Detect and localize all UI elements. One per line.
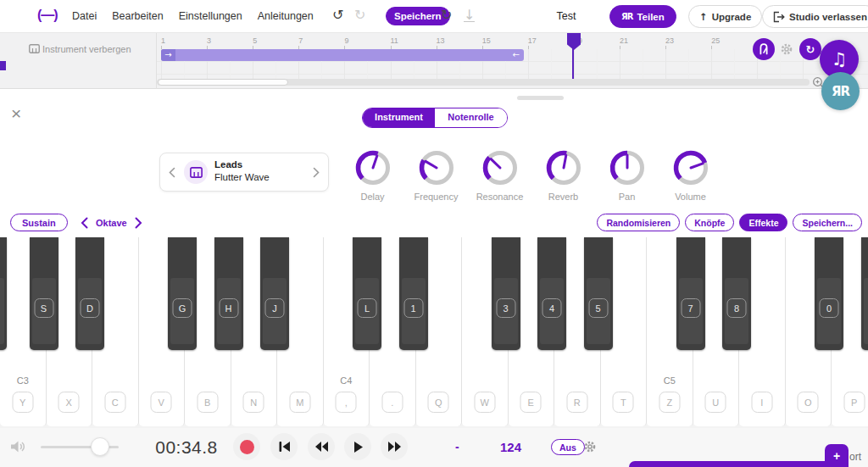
black-key-L[interactable]: L bbox=[353, 237, 381, 350]
black-key-partial[interactable] bbox=[0, 237, 7, 350]
track-region-fragment[interactable] bbox=[0, 61, 6, 70]
record-button[interactable] bbox=[233, 433, 260, 460]
download-icon[interactable]: ↓ bbox=[464, 6, 475, 22]
instrument-name: Flutter Wave bbox=[214, 171, 270, 184]
key-cap: Z bbox=[659, 392, 680, 413]
key-cap: P bbox=[843, 392, 865, 413]
black-key-H[interactable]: H bbox=[214, 237, 243, 350]
action-speichern-button[interactable]: Speichern... bbox=[793, 214, 862, 231]
octave-label: Oktave bbox=[96, 218, 127, 228]
black-key-partial[interactable] bbox=[861, 237, 868, 350]
menu-item-datei[interactable]: Datei bbox=[72, 10, 97, 22]
key-cap: . bbox=[381, 392, 403, 413]
knob-volume[interactable]: Volume bbox=[659, 148, 722, 202]
black-key-3[interactable]: 3 bbox=[492, 237, 520, 350]
key-cap: X bbox=[58, 392, 80, 413]
knob-reverb[interactable]: Reverb bbox=[531, 148, 595, 202]
scrollbar-thumb[interactable] bbox=[158, 79, 288, 86]
view-tabs: InstrumentNotenrolle bbox=[362, 108, 508, 128]
black-key-G[interactable]: G bbox=[168, 237, 197, 350]
black-key-S[interactable]: S bbox=[30, 237, 58, 350]
hide-instrument-button[interactable]: Instrument verbergen bbox=[0, 33, 157, 89]
menu-items: DateiBearbeitenEinstellungenAnleitungen bbox=[72, 0, 314, 32]
menu-item-einstellungen[interactable]: Einstellungen bbox=[179, 10, 242, 22]
knob-delay[interactable]: Delay bbox=[341, 148, 404, 202]
prev-instrument-icon[interactable] bbox=[169, 166, 175, 181]
history-icon[interactable]: ↻ bbox=[441, 6, 452, 25]
playhead[interactable] bbox=[567, 33, 581, 50]
black-key-5[interactable]: 5 bbox=[584, 237, 613, 350]
timeline[interactable]: Instrument verbergen bbox=[0, 32, 868, 89]
black-key-7[interactable]: 7 bbox=[676, 237, 705, 350]
volume-slider-thumb[interactable] bbox=[91, 437, 109, 456]
speaker-icon[interactable] bbox=[10, 440, 27, 457]
loop-left-handle[interactable]: → bbox=[161, 49, 175, 61]
settings-gear-icon[interactable] bbox=[780, 42, 793, 59]
tab-instrument[interactable]: Instrument bbox=[363, 108, 435, 127]
key-cap: 8 bbox=[727, 298, 747, 318]
panel-drag-handle[interactable] bbox=[517, 96, 564, 100]
rewind-icon bbox=[314, 441, 329, 453]
undo-icon[interactable]: ↺ bbox=[332, 6, 343, 25]
black-key-8[interactable]: 8 bbox=[722, 237, 751, 350]
fast-forward-button[interactable] bbox=[381, 433, 408, 460]
add-button[interactable]: + bbox=[825, 444, 849, 467]
action-randomisieren-button[interactable]: Randomisieren bbox=[597, 214, 680, 231]
share-button[interactable]: ЯR Teilen bbox=[609, 5, 676, 28]
black-key-4[interactable]: 4 bbox=[537, 237, 566, 350]
rewind-button[interactable] bbox=[308, 433, 335, 460]
knob-pan[interactable]: Pan bbox=[595, 148, 659, 202]
black-key-front bbox=[0, 278, 4, 344]
octave-up-icon[interactable] bbox=[135, 217, 142, 229]
loop-right-handle[interactable]: ← bbox=[513, 49, 520, 61]
knob-frequency[interactable]: Frequency bbox=[404, 148, 468, 202]
action-knpfe-button[interactable]: Knöpfe bbox=[685, 214, 734, 231]
black-key-J[interactable]: J bbox=[260, 237, 289, 350]
metronome-button[interactable] bbox=[753, 38, 775, 60]
next-instrument-icon[interactable] bbox=[313, 166, 320, 181]
loop-toggle-button[interactable]: ↻ bbox=[799, 38, 821, 60]
black-key-D[interactable]: D bbox=[75, 237, 104, 350]
action-effekte-button[interactable]: Effekte bbox=[739, 214, 787, 231]
ruler-tick bbox=[711, 46, 712, 49]
ruler-tick bbox=[528, 46, 529, 49]
octave-marker: C5 bbox=[647, 375, 693, 386]
key-cap: M bbox=[289, 392, 310, 413]
black-key-0[interactable]: 0 bbox=[815, 237, 843, 350]
project-title[interactable]: Test bbox=[542, 10, 590, 22]
transport-bar: 00:34.8 - 124 Aus + bbox=[0, 428, 868, 467]
collaborators-avatar[interactable]: ЯR bbox=[821, 72, 860, 110]
ruler-number: 17 bbox=[528, 36, 537, 45]
play-button[interactable] bbox=[344, 433, 371, 460]
upgrade-button[interactable]: ↑ Upgrade bbox=[688, 5, 762, 28]
knob-resonance[interactable]: Resonance bbox=[468, 148, 531, 202]
key-cap: , bbox=[336, 392, 357, 413]
metronome-toggle[interactable]: Aus bbox=[551, 439, 585, 455]
ruler-number: 25 bbox=[711, 36, 720, 45]
metronome-icon bbox=[756, 42, 771, 57]
lane-divider bbox=[157, 74, 868, 75]
tempo-value[interactable]: 124 bbox=[500, 440, 521, 454]
sustain-button[interactable]: Sustain bbox=[10, 214, 68, 231]
menu-item-bearbeiten[interactable]: Bearbeiten bbox=[112, 10, 163, 22]
key-cap: W bbox=[474, 392, 495, 413]
piano-keyboard: C3YXCVBNMC4,.QWERTC5ZUIOPSDGHJL1345780 bbox=[0, 237, 868, 428]
menu-item-anleitungen[interactable]: Anleitungen bbox=[258, 10, 314, 22]
black-key-1[interactable]: 1 bbox=[399, 237, 428, 350]
tempo-prefix[interactable]: - bbox=[455, 440, 459, 453]
instrument-name-block[interactable]: Leads Flutter Wave bbox=[214, 158, 270, 184]
redo-icon[interactable]: ↻ bbox=[354, 6, 365, 25]
ruler-number: 5 bbox=[253, 36, 257, 45]
timeline-scrollbar[interactable] bbox=[157, 79, 810, 86]
transport-settings-icon[interactable] bbox=[583, 440, 597, 457]
knob-label: Reverb bbox=[531, 192, 595, 202]
leave-studio-button[interactable]: Studio verlassen bbox=[762, 5, 868, 28]
support-link-partial[interactable]: ort bbox=[849, 451, 861, 463]
loop-region[interactable]: → ← bbox=[161, 49, 524, 61]
tab-notenrolle[interactable]: Notenrolle bbox=[435, 108, 507, 127]
skip-start-button[interactable] bbox=[270, 433, 298, 460]
key-cap: V bbox=[151, 392, 172, 413]
close-icon[interactable]: × bbox=[11, 105, 21, 122]
app-logo-icon[interactable]: (—) bbox=[37, 8, 58, 23]
octave-down-icon[interactable] bbox=[81, 217, 88, 229]
